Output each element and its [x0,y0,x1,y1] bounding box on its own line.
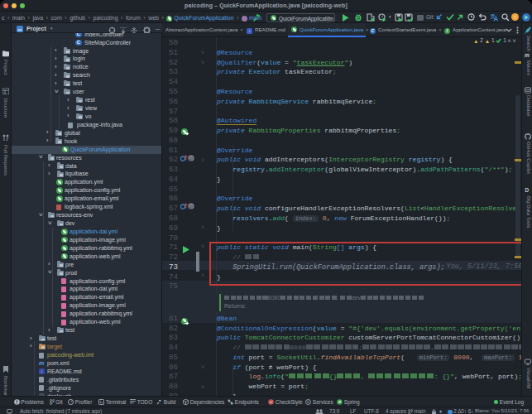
svg-text:@: @ [189,156,194,161]
svg-text:@: @ [189,205,194,209]
